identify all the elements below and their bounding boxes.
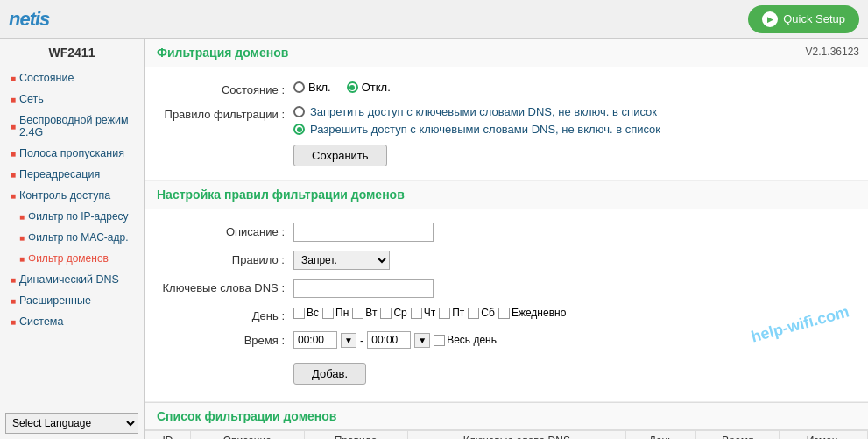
sidebar-item-system[interactable]: ■ Система [0,311,144,332]
sidebar-item-mac-filter[interactable]: ■ Фильтр по MAC-адр. [0,227,144,248]
checkbox-tue[interactable] [352,308,363,319]
save-button[interactable]: Сохранить [293,145,387,166]
rule-select[interactable]: Запрет. [293,251,390,270]
day-tue[interactable]: Вт [352,307,377,319]
content-area: V2.1.36123 Фильтрация доменов Состояние … [145,39,868,439]
col-id: ID [145,431,191,440]
day-sun[interactable]: Вс [293,307,319,319]
sidebar-item-label: Состояние [19,72,74,84]
sidebar-item-redirect[interactable]: ■ Переадресация [0,164,144,185]
section2-title: Настройка правил фильтрации доменов [145,181,868,209]
day-wed[interactable]: Ср [380,307,406,319]
checkbox-sun[interactable] [293,308,305,319]
day-thu[interactable]: Чт [411,307,436,319]
time-from-dropdown[interactable]: ▼ [341,333,356,348]
language-select[interactable]: Select Language English Russian Chinese [5,413,138,434]
status-on-label: Вкл. [308,81,331,94]
day-fri[interactable]: Пт [439,307,464,319]
sidebar-item-network[interactable]: ■ Сеть [0,89,144,110]
sidebar-item-label: Динамический DNS [19,273,119,286]
bullet-icon: ■ [19,212,25,222]
status-on-radio[interactable]: Вкл. [293,81,331,94]
sidebar-item-label: Контроль доступа [19,189,110,202]
bullet-icon: ■ [11,170,16,180]
sidebar-bottom: Select Language English Russian Chinese [0,407,144,439]
all-day-label: Весь день [447,334,497,346]
col-day: День [626,431,696,440]
filter-rule-opt2-row[interactable]: Разрешить доступ с ключевыми словами DNS… [293,123,859,136]
day-checkboxes: Вс Пн Вт Ср Чт Пт Сб Ежедневно [293,307,859,319]
day-label: День : [153,307,293,322]
quick-setup-label: Quick Setup [783,12,845,25]
table-section: Список фильтрации доменов ID Описание Пр… [145,402,868,439]
checkbox-mon[interactable] [322,308,334,319]
section3-title: Список фильтрации доменов [145,402,868,430]
status-off-label: Откл. [362,81,391,94]
dns-keywords-label: Ключевые слова DNS : [153,279,293,294]
day-mon[interactable]: Пн [322,307,349,319]
checkbox-allday[interactable] [434,335,445,346]
sidebar-item-status[interactable]: ■ Состояние [0,67,144,89]
col-edit: Измен. [780,431,868,440]
bullet-icon: ■ [19,233,25,243]
checkbox-sat[interactable] [468,308,479,319]
sidebar-item-access-control[interactable]: ■ Контроль доступа [0,185,144,206]
logo: netis [9,8,49,31]
quick-setup-button[interactable]: Quick Setup [748,5,859,33]
bullet-icon: ■ [11,74,16,83]
sidebar-item-label: Сеть [19,93,44,105]
day-sat[interactable]: Сб [468,307,495,319]
bullet-icon: ■ [11,149,16,159]
col-desc: Описание [191,431,305,440]
sidebar-item-label: Система [19,315,63,328]
rule-label: Правило : [153,251,293,266]
sidebar-item-ip-filter[interactable]: ■ Фильтр по IP-адресу [0,206,144,227]
time-from-input[interactable] [293,331,337,349]
filter-rule-opt1-label: Запретить доступ с ключевыми словами DNS… [310,105,657,118]
checkbox-daily[interactable] [498,308,510,319]
save-btn-spacer [153,145,293,147]
filter-rule-opt2-label: Разрешить доступ с ключевыми словами DNS… [310,123,660,136]
sidebar-item-label: Полоса пропускания [19,147,124,159]
checkbox-thu[interactable] [411,308,422,319]
desc-input-container [293,223,859,242]
sidebar-item-ddns[interactable]: ■ Динамический DNS [0,269,144,290]
sidebar-item-domain-filter[interactable]: ■ Фильтр доменов [0,248,144,269]
status-off-radio[interactable]: Откл. [347,81,391,94]
checkbox-fri[interactable] [439,308,450,319]
bullet-icon: ■ [11,275,16,285]
filter-rule-options: Запретить доступ с ключевыми словами DNS… [293,105,859,136]
checkbox-wed[interactable] [380,308,392,319]
col-rule: Правило [304,431,407,440]
sidebar-item-label: Беспроводной режим 2.4G [19,114,137,138]
all-day-check[interactable]: Весь день [434,334,497,346]
desc-label: Описание : [153,223,293,238]
sidebar-item-bandwidth[interactable]: ■ Полоса пропускания [0,143,144,164]
time-to-dropdown[interactable]: ▼ [414,333,430,348]
sidebar-item-advanced[interactable]: ■ Расширенные [0,290,144,311]
sidebar: WF2411 ■ Состояние ■ Сеть ■ Беспроводной… [0,39,145,439]
col-dns: Ключевые слова DNS [407,431,625,440]
radio-off-circle [293,81,305,93]
desc-input[interactable] [293,223,434,242]
bullet-icon: ■ [19,254,25,264]
day-daily[interactable]: Ежедневно [498,307,566,319]
sidebar-item-label: Переадресация [19,168,100,181]
filter-rule-opt1-row[interactable]: Запретить доступ с ключевыми словами DNS… [293,105,859,118]
sidebar-item-label: Расширенные [19,294,91,307]
status-options: Вкл. Откл. [293,81,859,94]
filter-rule-opt2-circle [293,124,305,135]
dns-keywords-input[interactable] [293,279,434,298]
time-row-container: ▼ - ▼ Весь день [293,331,859,349]
rule-select-container: Запрет. [293,251,859,270]
filter-rule-opt1-circle [293,106,305,117]
status-label: Состояние : [153,81,293,96]
time-to-input[interactable] [367,331,411,349]
section1-title: Фильтрация доменов [145,39,868,67]
sidebar-item-label: Фильтр по MAC-адр. [28,231,129,244]
bullet-icon: ■ [11,95,16,104]
quick-setup-icon [762,11,778,27]
version-label: V2.1.36123 [806,46,859,58]
sidebar-item-wireless[interactable]: ■ Беспроводной режим 2.4G [0,110,144,143]
add-button[interactable]: Добав. [293,363,366,385]
